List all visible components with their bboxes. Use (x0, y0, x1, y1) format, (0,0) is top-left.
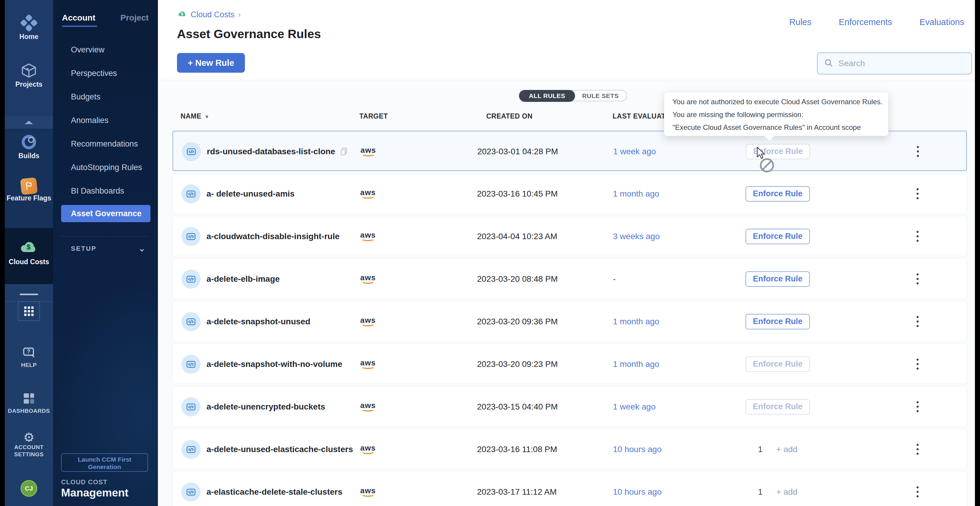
rule-last-evaluation-link[interactable]: 10 hours ago (613, 472, 662, 506)
enforce-rule-button[interactable]: Enforce Rule (746, 229, 810, 244)
rules-view-toggle[interactable]: ALL RULES RULE SETS (519, 90, 627, 101)
rule-last-evaluation-link[interactable]: - (613, 259, 616, 299)
sidebar-item-autostopping-rules[interactable]: AutoStopping Rules (61, 159, 151, 176)
search-icon (824, 58, 834, 69)
sidebar-item-projects[interactable]: Projects (5, 62, 53, 89)
table-row[interactable]: a-delete-unused-elasticache-clusters aws… (172, 429, 967, 469)
sidebar-item-bi-dashboards[interactable]: BI Dashboards (61, 182, 151, 200)
rule-last-evaluation-link[interactable]: 1 week ago (613, 131, 656, 171)
sidebar-item-budgets[interactable]: Budgets (61, 88, 151, 105)
sidebar-item-anomalies[interactable]: Anomalies (61, 112, 151, 129)
search-box[interactable] (817, 52, 972, 75)
table-row[interactable]: a-delete-snapshot-unused aws 2023-03-20 … (172, 301, 967, 341)
rule-created-on: 2023-03-20 09:23 PM (477, 344, 558, 384)
nav-link-evaluations[interactable]: Evaluations (920, 17, 964, 27)
sidebar-item-asset-governance[interactable]: Asset Governance (61, 205, 151, 222)
enforce-rule-button[interactable]: Enforce Rule (746, 399, 810, 414)
column-header-target: TARGET (360, 112, 388, 120)
row-menu-kebab[interactable] (912, 387, 923, 427)
rule-last-evaluation-link[interactable]: 3 weeks ago (613, 216, 660, 257)
rules-list: rds-unused-databases-list-clone aws 2023… (172, 131, 967, 506)
rule-last-evaluation-link[interactable]: 1 month ago (613, 174, 659, 214)
sidebar-item-overview[interactable]: Overview (61, 41, 151, 59)
column-header-name[interactable]: NAME▼ (181, 112, 210, 120)
enforce-rule-button[interactable]: Enforce Rule (746, 357, 810, 372)
copy-icon[interactable] (340, 147, 348, 156)
sidebar-item-dashboards[interactable]: DASHBOARDS (5, 391, 53, 414)
rule-action-cell: Enforce Rule (727, 174, 828, 214)
module-picker-button[interactable] (18, 301, 40, 321)
toggle-all-rules[interactable]: ALL RULES (519, 90, 575, 102)
aws-logo-icon: aws (360, 232, 376, 241)
enforce-rule-button[interactable]: Enforce Rule (746, 186, 810, 201)
sidebar-item-recommendations[interactable]: Recommendations (61, 135, 151, 152)
sidebar-item-account-settings[interactable]: ⚙ ACCOUNT SETTINGS (5, 431, 53, 458)
rule-name[interactable]: a-delete-snapshot-unused (207, 317, 310, 327)
sidebar-item-home[interactable]: Home (5, 14, 53, 41)
new-rule-button[interactable]: + New Rule (177, 53, 245, 73)
rule-name[interactable]: a-elasticache-delete-stale-clusters (207, 487, 342, 497)
rail-drag-handle[interactable] (20, 293, 38, 295)
column-header-last-evaluation: LAST EVALUATI (612, 112, 668, 120)
rule-name[interactable]: a- delete-unused-amis (207, 189, 295, 199)
rule-name[interactable]: rds-unused-databases-list-clone (207, 147, 335, 156)
breadcrumb-link[interactable]: Cloud Costs (191, 10, 234, 19)
governance-rule-icon (181, 227, 200, 246)
sidebar-item-cloud-costs[interactable]: $ Cloud Costs (5, 238, 53, 266)
nav-link-rules[interactable]: Rules (789, 17, 811, 27)
rule-icon-cell (181, 259, 200, 299)
rule-name[interactable]: a-delete-elb-image (207, 274, 280, 284)
rail-collapse-band[interactable] (5, 116, 53, 128)
nav-link-enforcements[interactable]: Enforcements (839, 17, 892, 27)
rule-icon-cell (181, 174, 200, 214)
enforce-rule-button[interactable]: Enforce Rule (746, 271, 810, 287)
rule-name[interactable]: a-cloudwatch-disable-insight-rule (207, 232, 339, 241)
rule-last-evaluation-link[interactable]: 1 month ago (613, 301, 659, 342)
rule-name[interactable]: a-delete-unencrypted-buckets (207, 402, 325, 412)
permission-tooltip: You are not authorized to execute Cloud … (664, 92, 889, 136)
rule-created-on: 2023-03-16 11:08 PM (477, 429, 557, 470)
enforce-rule-button[interactable]: Enforce Rule (746, 314, 810, 329)
row-menu-kebab[interactable] (912, 472, 923, 506)
rule-last-evaluation-link[interactable]: 10 hours ago (613, 429, 662, 470)
sidebar-divider (61, 236, 148, 236)
row-menu-kebab[interactable] (912, 344, 923, 384)
add-enforcement-link[interactable]: + add (776, 445, 797, 454)
search-input[interactable] (838, 59, 963, 68)
tab-account[interactable]: Account (62, 13, 95, 23)
row-menu-kebab[interactable] (912, 301, 923, 342)
governance-rule-icon (181, 440, 200, 459)
row-menu-kebab[interactable] (912, 174, 923, 214)
table-row[interactable]: a-cloudwatch-disable-insight-rule aws 20… (172, 216, 967, 256)
svg-text:$: $ (27, 243, 31, 251)
row-menu-kebab[interactable] (912, 429, 923, 470)
toggle-rule-sets[interactable]: RULE SETS (574, 90, 627, 101)
table-row[interactable]: a-delete-unencrypted-buckets aws 2023-03… (172, 386, 967, 427)
rule-name[interactable]: a-delete-snapshot-with-no-volume (207, 360, 342, 369)
table-row[interactable]: rds-unused-databases-list-clone aws 2023… (172, 131, 967, 171)
governance-rule-icon (181, 312, 200, 331)
rule-last-evaluation-link[interactable]: 1 week ago (613, 387, 655, 427)
table-row[interactable]: a-delete-elb-image aws 2023-03-20 08:48 … (172, 259, 967, 299)
row-menu-kebab[interactable] (912, 216, 923, 257)
sidebar-item-perspectives[interactable]: Perspectives (61, 65, 151, 82)
sidebar-item-feature-flags[interactable]: Feature Flags (5, 178, 53, 202)
table-row[interactable]: a- delete-unused-amis aws 2023-03-16 10:… (172, 173, 967, 214)
sort-caret-icon: ▼ (204, 114, 210, 120)
table-row[interactable]: a-elasticache-delete-stale-clusters aws … (172, 471, 967, 506)
table-row[interactable]: a-delete-snapshot-with-no-volume aws 202… (172, 344, 967, 384)
row-menu-kebab[interactable] (912, 131, 924, 171)
svg-text:?: ? (27, 348, 30, 355)
avatar[interactable]: CJ (21, 480, 37, 497)
breadcrumb[interactable]: $ Cloud Costs › (178, 10, 241, 20)
dashboards-icon (21, 402, 37, 407)
sidebar-item-builds[interactable]: Builds (5, 133, 53, 160)
launch-ccm-first-gen-button[interactable]: Launch CCM First Generation (61, 453, 148, 472)
tab-project[interactable]: Project (120, 13, 149, 23)
setup-section-toggle[interactable]: SETUP ⌄ (71, 245, 150, 252)
row-menu-kebab[interactable] (912, 259, 923, 299)
rule-last-evaluation-link[interactable]: 1 month ago (613, 344, 659, 384)
sidebar-item-help[interactable]: ? HELP (5, 345, 53, 369)
add-enforcement-link[interactable]: + add (776, 487, 797, 497)
rule-name[interactable]: a-delete-unused-elasticache-clusters (207, 445, 353, 454)
